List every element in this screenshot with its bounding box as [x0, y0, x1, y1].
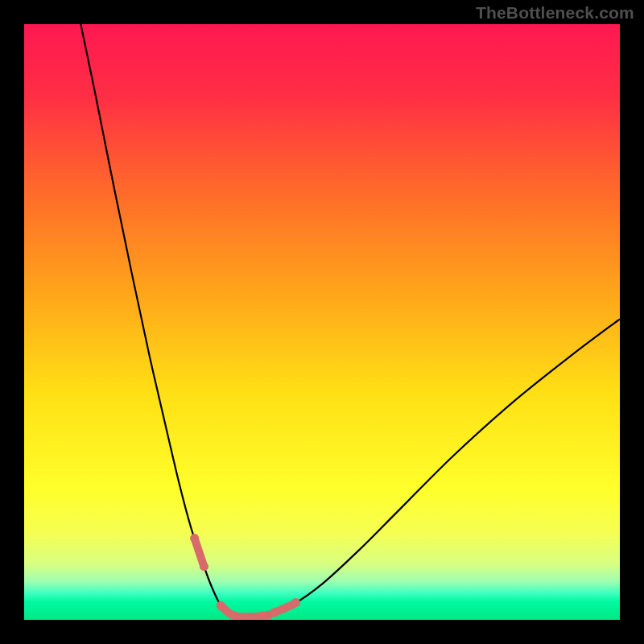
chart-frame: TheBottleneck.com	[0, 0, 644, 644]
attribution-text: TheBottleneck.com	[476, 3, 634, 23]
highlight-overlay	[190, 534, 300, 619]
bottleneck-curve	[80, 24, 620, 617]
highlight-segment	[221, 605, 268, 617]
highlight-endcap	[217, 601, 225, 610]
highlight-endcap	[190, 534, 199, 543]
highlight-segment	[195, 539, 204, 567]
highlight-endcap	[270, 608, 279, 617]
highlight-endcap	[291, 598, 300, 607]
curve-layer	[24, 24, 620, 620]
plot-area	[24, 24, 620, 620]
highlight-endcap	[200, 562, 208, 571]
